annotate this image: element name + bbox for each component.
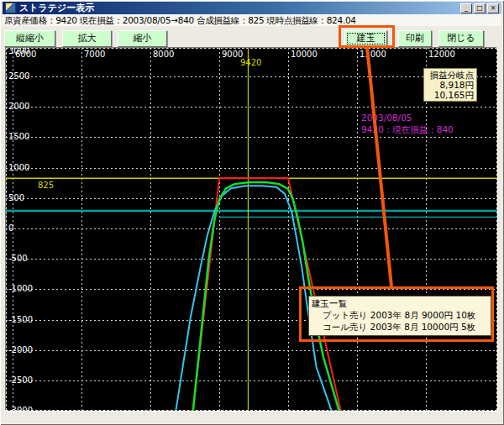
y-tick-label: 1000 [8,163,29,172]
title-bar: ストラテジー表示 _ □ × [3,2,501,14]
print-button[interactable]: 印刷 [398,30,432,47]
breakeven-value-1: 8,918円 [427,80,474,90]
y-tick-label: 3000 [8,48,29,55]
chart-canvas [6,48,497,411]
x-tick-label: 10000 [291,50,318,59]
vertical-shrink-button[interactable]: 縦縮小 [4,30,55,47]
info-bar: 原資産価格：9420 現在損益：2003/08/05→840 合成損益線：825… [3,14,501,26]
x-tick-label: 11000 [360,50,386,59]
y-tick-label: 500 [8,193,24,202]
y-tick-label: 2000 [8,102,29,111]
current-pl-text: 9420：現在損益：840 [361,123,454,135]
y-tick-label: 0 [8,223,13,233]
y-tick-label: -1500 [8,315,33,324]
x-tick-label: 12000 [428,50,455,59]
breakeven-value-2: 10,165円 [427,90,474,100]
x-tick-label: 7000 [84,50,105,59]
y-tick-label: -2000 [8,345,33,354]
highlight-rect-position-list [299,286,494,342]
current-pl-annotation: 2003/08/05 9420：現在損益：840 [361,112,454,135]
zoom-in-button[interactable]: 拡大 [62,30,112,47]
window-title: ストラテジー表示 [19,2,460,14]
app-icon [5,3,16,13]
y-tick-label: -500 [8,254,28,263]
underlying-price-label: 9420 [240,58,261,67]
breakeven-box: 損益分岐点 8,918円 10,165円 [423,68,477,102]
zoom-out-button[interactable]: 縮小 [118,30,167,47]
current-date-text: 2003/08/05 [361,112,454,123]
window-controls: _ □ × [460,3,499,13]
close-window-button[interactable]: × [487,3,499,13]
y-tick-label: 2500 [8,71,29,81]
y-tick-label: 1500 [8,132,29,141]
y-tick-label: -2500 [8,375,33,385]
breakeven-title: 損益分岐点 [427,70,474,80]
strategy-window: ストラテジー表示 _ □ × 原資産価格：9420 現在損益：2003/08/0… [0,0,504,425]
payoff-chart: 825 9420 2003/08/05 9420：現在損益：840 損益分岐点 … [6,48,497,411]
minimize-button[interactable]: _ [460,3,472,13]
x-tick-label: 8000 [153,50,174,59]
synthetic-pl-line-label: 825 [38,181,54,190]
close-button[interactable]: 閉じる [438,30,484,47]
y-tick-label: -1000 [8,284,33,293]
maximize-button[interactable]: □ [474,3,486,13]
y-tick-label: -3000 [8,406,33,411]
highlight-rect-positions-button [339,25,395,48]
